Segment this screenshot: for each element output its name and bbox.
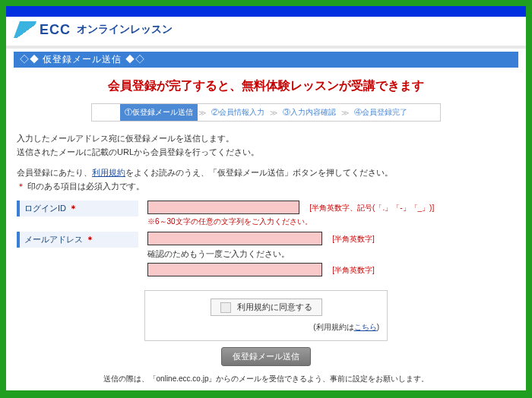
label-login-id: ログインID ＊ <box>17 201 138 216</box>
mail-input[interactable] <box>147 232 322 245</box>
required-mark: ＊ <box>69 203 78 214</box>
row-mail: メールアドレス ＊ [半角英数字] 確認のためもう一度ご入力ください。 [半角英… <box>17 232 515 276</box>
terms-here-link[interactable]: こちら <box>354 323 377 331</box>
required-mark: ＊ <box>17 182 25 191</box>
step-sep-icon: ≫ <box>198 104 207 121</box>
logo-brand: ECC <box>40 22 71 38</box>
label-mail: メールアドレス ＊ <box>17 232 138 248</box>
mail2-hint: [半角英数字] <box>332 266 375 274</box>
terms-suffix: ) <box>377 323 379 331</box>
top-accent-bar <box>6 6 526 17</box>
intro-line3a: 会員登録にあたり、 <box>17 168 92 177</box>
logo-sub: オンラインレッスン <box>77 23 173 36</box>
intro-line3: 会員登録にあたり、利用規約をよくお読みのうえ、「仮登録メール送信」ボタンを押して… <box>17 166 515 180</box>
intro-line2: 送信されたメールに記載のURLから会員登録を行ってください。 <box>17 146 515 160</box>
content: ◇◆ 仮登録メール送信 ◆◇ 会員登録が完了すると、無料体験レッスンが受講できま… <box>6 49 526 390</box>
row-login-id: ログインID ＊ [半角英数字、記号(「.」「-」「_」)] ※6～30文字の任… <box>17 201 515 227</box>
footer-note: 送信の際は、「online.ecc.co.jp」からのメールを受信できるよう、事… <box>14 371 518 390</box>
step-4: ④会員登録完了 <box>350 104 412 121</box>
login-id-hint-below: ※6～30文字の任意の文字列をご入力ください。 <box>147 216 515 227</box>
login-id-input[interactable] <box>147 201 299 214</box>
intro-line4: ＊ 印のある項目は必須入力です。 <box>17 180 515 194</box>
mail-confirm-input[interactable] <box>147 263 322 276</box>
login-id-hint: [半角英数字、記号(「.」「-」「_」)] <box>309 204 434 212</box>
step-2: ②会員情報入力 <box>207 104 269 121</box>
label-mail-text: メールアドレス <box>24 234 83 245</box>
page-container: ECC オンラインレッスン ◇◆ 仮登録メール送信 ◆◇ 会員登録が完了すると、… <box>6 6 526 390</box>
step-sep-icon: ≫ <box>340 104 350 121</box>
terms-link[interactable]: 利用規約 <box>92 168 125 177</box>
step-1: ①仮登録メール送信 <box>120 104 198 121</box>
logo-icon <box>14 21 36 38</box>
mail-hint: [半角英数字] <box>332 235 375 243</box>
step-sep-icon: ≫ <box>269 104 278 121</box>
steps-nav: ①仮登録メール送信 ≫ ②会員情報入力 ≫ ③入力内容確認 ≫ ④会員登録完了 <box>91 103 441 122</box>
terms-line: (利用規約はこちら) <box>153 322 379 333</box>
form: ログインID ＊ [半角英数字、記号(「.」「-」「_」)] ※6～30文字の任… <box>14 201 518 276</box>
agree-button[interactable]: 利用規約に同意する <box>211 298 322 316</box>
field-mail: [半角英数字] 確認のためもう一度ご入力ください。 [半角英数字] <box>138 232 515 276</box>
terms-prefix: (利用規約は <box>313 323 353 331</box>
intro-line1: 入力したメールアドレス宛に仮登録メールを送信します。 <box>17 132 515 146</box>
intro-line4-text: 印のある項目は必須入力です。 <box>25 182 144 191</box>
submit-button[interactable]: 仮登録メール送信 <box>221 347 311 366</box>
intro-line3b: をよくお読みのうえ、「仮登録メール送信」ボタンを押してください。 <box>125 168 393 177</box>
agree-box: 利用規約に同意する (利用規約はこちら) <box>144 290 388 341</box>
mail-confirm-note: 確認のためもう一度ご入力ください。 <box>147 248 515 260</box>
agree-button-label: 利用規約に同意する <box>237 302 312 313</box>
page-headline: 会員登録が完了すると、無料体験レッスンが受講できます <box>14 68 518 103</box>
field-login-id: [半角英数字、記号(「.」「-」「_」)] ※6～30文字の任意の文字列をご入力… <box>138 201 515 227</box>
header: ECC オンラインレッスン <box>6 17 526 46</box>
section-title: ◇◆ 仮登録メール送信 ◆◇ <box>14 52 518 68</box>
checkbox-icon[interactable] <box>220 302 231 313</box>
required-mark: ＊ <box>86 234 94 245</box>
label-login-id-text: ログインID <box>24 203 66 214</box>
intro-text: 入力したメールアドレス宛に仮登録メールを送信します。 送信されたメールに記載のU… <box>14 132 518 193</box>
step-3: ③入力内容確認 <box>278 104 340 121</box>
